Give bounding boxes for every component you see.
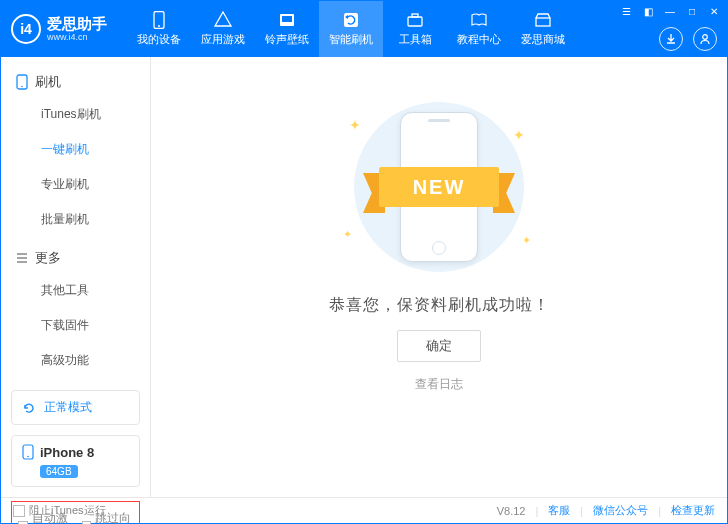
block-itunes-checkbox[interactable]: 阻止iTunes运行 (13, 503, 106, 518)
nav-store[interactable]: 爱思商城 (511, 1, 575, 57)
device-capacity-badge: 64GB (40, 465, 78, 478)
music-icon (277, 11, 297, 29)
book-icon (469, 11, 489, 29)
sidebar-item-download-firmware[interactable]: 下载固件 (1, 308, 150, 343)
sparkle-icon: ✦ (343, 228, 352, 241)
sidebar-group-label: 刷机 (35, 73, 61, 91)
sidebar-group-label: 更多 (35, 249, 61, 267)
window-controls: ☰ ◧ — □ ✕ (619, 4, 721, 18)
sidebar-item-other-tools[interactable]: 其他工具 (1, 273, 150, 308)
sidebar-item-advanced[interactable]: 高级功能 (1, 343, 150, 378)
check-update-link[interactable]: 检查更新 (671, 503, 715, 518)
nav-flash[interactable]: 智能刷机 (319, 1, 383, 57)
new-ribbon: NEW (359, 163, 519, 211)
ok-button[interactable]: 确定 (397, 330, 481, 362)
nav-label: 爱思商城 (521, 32, 565, 47)
checkbox-label: 阻止iTunes运行 (29, 503, 106, 518)
close-button[interactable]: ✕ (707, 4, 721, 18)
svg-point-12 (27, 456, 29, 458)
support-link[interactable]: 客服 (548, 503, 570, 518)
brand: i4 爱思助手 www.i4.cn (11, 14, 107, 44)
device-card[interactable]: iPhone 8 64GB (11, 435, 140, 487)
device-mode-label: 正常模式 (44, 399, 92, 416)
sidebar: 刷机 iTunes刷机 一键刷机 专业刷机 批量刷机 更多 其他工具 下载固件 … (1, 57, 151, 497)
phone-icon (15, 74, 29, 90)
nav-label: 工具箱 (399, 32, 432, 47)
sidebar-group-flash[interactable]: 刷机 (1, 67, 150, 97)
device-name: iPhone 8 (40, 445, 94, 460)
brand-url: www.i4.cn (47, 32, 107, 42)
maximize-button[interactable]: □ (685, 4, 699, 18)
device-mode[interactable]: 正常模式 (11, 390, 140, 425)
wechat-link[interactable]: 微信公众号 (593, 503, 648, 518)
svg-rect-5 (408, 17, 422, 26)
success-illustration: ✦ ✦ ✦ ✦ NEW (339, 97, 539, 277)
flash-icon (341, 11, 361, 29)
nav-my-device[interactable]: 我的设备 (127, 1, 191, 57)
brand-logo-icon: i4 (11, 14, 41, 44)
sparkle-icon: ✦ (349, 117, 361, 133)
sparkle-icon: ✦ (522, 234, 531, 247)
nav-label: 铃声壁纸 (265, 32, 309, 47)
phone-icon (22, 444, 34, 460)
svg-point-1 (158, 25, 160, 27)
sidebar-item-pro-flash[interactable]: 专业刷机 (1, 167, 150, 202)
skin-icon[interactable]: ◧ (641, 4, 655, 18)
user-button[interactable] (693, 27, 717, 51)
nav-apps[interactable]: 应用游戏 (191, 1, 255, 57)
nav-toolbox[interactable]: 工具箱 (383, 1, 447, 57)
main-panel: ✦ ✦ ✦ ✦ NEW 恭喜您，保资料刷机成功啦！ 确定 查看日志 (151, 57, 727, 497)
svg-rect-3 (282, 16, 292, 22)
nav-label: 教程中心 (457, 32, 501, 47)
sidebar-item-itunes-flash[interactable]: iTunes刷机 (1, 97, 150, 132)
top-nav: 我的设备 应用游戏 铃声壁纸 智能刷机 工具箱 教程中心 (127, 1, 575, 57)
sparkle-icon: ✦ (513, 127, 525, 143)
svg-point-10 (21, 86, 23, 88)
sidebar-item-onekey-flash[interactable]: 一键刷机 (1, 132, 150, 167)
toolbox-icon (405, 11, 425, 29)
svg-rect-7 (536, 18, 550, 26)
device-icon (149, 11, 169, 29)
svg-rect-4 (344, 13, 358, 27)
success-message: 恭喜您，保资料刷机成功啦！ (329, 295, 550, 316)
titlebar: i4 爱思助手 www.i4.cn 我的设备 应用游戏 铃声壁纸 智能刷机 (1, 1, 727, 57)
sidebar-group-more[interactable]: 更多 (1, 243, 150, 273)
svg-point-8 (703, 35, 708, 40)
download-button[interactable] (659, 27, 683, 51)
settings-icon[interactable]: ☰ (619, 4, 633, 18)
nav-tutorials[interactable]: 教程中心 (447, 1, 511, 57)
nav-label: 智能刷机 (329, 32, 373, 47)
minimize-button[interactable]: — (663, 4, 677, 18)
apps-icon (213, 11, 233, 29)
nav-ringtones[interactable]: 铃声壁纸 (255, 1, 319, 57)
svg-rect-6 (412, 14, 418, 17)
statusbar: 阻止iTunes运行 V8.12 | 客服 | 微信公众号 | 检查更新 (1, 497, 727, 523)
list-icon (15, 251, 29, 265)
nav-label: 应用游戏 (201, 32, 245, 47)
nav-label: 我的设备 (137, 32, 181, 47)
sidebar-item-batch-flash[interactable]: 批量刷机 (1, 202, 150, 237)
store-icon (533, 11, 553, 29)
refresh-icon (22, 401, 36, 415)
brand-name: 爱思助手 (47, 15, 107, 32)
version-label: V8.12 (497, 505, 526, 517)
view-log-link[interactable]: 查看日志 (415, 376, 463, 393)
